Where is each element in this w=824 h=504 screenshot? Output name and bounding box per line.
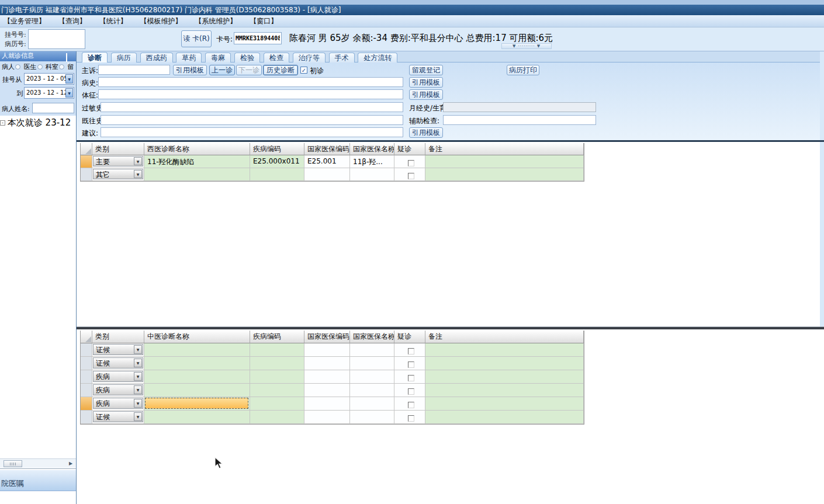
diagnosis-name-cell[interactable]: 11-羟化酶缺陷 [144, 155, 250, 168]
category-dropdown[interactable]: 主要▼ [93, 156, 143, 166]
col-disease-code[interactable]: 疾病编码 [250, 331, 304, 343]
row-selector-current[interactable] [81, 155, 92, 168]
tree-collapse-icon[interactable]: - [0, 120, 5, 126]
visit-tree-item[interactable]: - 本次就诊 23-12 [0, 117, 76, 130]
chevron-down-icon[interactable]: ▼ [134, 372, 142, 381]
tab-examination[interactable]: 检查 [264, 53, 289, 62]
remark-cell[interactable] [425, 411, 584, 424]
cite-template-button-chief[interactable]: 引用模板 [173, 65, 207, 75]
menu-system-maintenance[interactable]: 【系统维护】 [191, 15, 244, 27]
col-insurance-name[interactable]: 国家医保名称 [350, 143, 394, 155]
category-dropdown[interactable]: 疾病▼ [93, 384, 143, 395]
col-disease-code[interactable]: 疾病编码 [250, 143, 304, 155]
row-selector[interactable] [81, 357, 92, 370]
row-selector-current[interactable] [81, 397, 92, 411]
suspected-checkbox[interactable] [408, 375, 414, 381]
disease-code-cell[interactable] [250, 343, 304, 357]
category-dropdown[interactable]: 疾病▼ [93, 371, 143, 382]
tab-medical-record[interactable]: 病历 [111, 53, 137, 62]
radio-department[interactable]: 科室 [46, 62, 64, 71]
suspected-checkbox[interactable] [408, 388, 414, 395]
col-suspected[interactable]: 疑诊 [394, 143, 425, 155]
tab-surgery[interactable]: 手术 [329, 53, 355, 62]
remark-cell[interactable] [425, 384, 584, 397]
tab-herbal[interactable]: 草药 [176, 53, 202, 62]
chevron-down-icon[interactable]: ▼ [65, 74, 73, 84]
row-selector[interactable] [81, 343, 92, 357]
menu-template-maintenance[interactable]: 【模板维护】 [136, 15, 189, 27]
diagnosis-name-cell[interactable] [144, 168, 250, 181]
menu-query[interactable]: 【查询】 [55, 15, 94, 27]
diagnosis-name-cell[interactable] [144, 384, 250, 397]
date-from-picker[interactable]: 2023 - 12 - 05 ▼ [24, 73, 74, 85]
suspected-checkbox[interactable] [408, 362, 414, 368]
radio-circle-icon[interactable] [15, 64, 20, 69]
insurance-name-cell[interactable] [350, 343, 394, 357]
next-visit-button[interactable]: 下一诊 [236, 65, 262, 75]
insurance-name-cell[interactable] [350, 168, 394, 181]
tab-diagnosis[interactable]: 诊断 [82, 52, 108, 63]
col-diagnosis-name[interactable]: 中医诊断名称 [144, 331, 250, 343]
menu-statistics[interactable]: 【统计】 [96, 15, 134, 27]
record-no-input[interactable] [29, 39, 85, 48]
disease-code-cell[interactable] [250, 384, 304, 397]
tab-narcotics[interactable]: 毒麻 [205, 53, 231, 62]
insurance-name-cell[interactable] [350, 370, 394, 384]
prev-visit-button[interactable]: 上一诊 [209, 65, 235, 75]
past-history-input[interactable] [101, 115, 403, 125]
cite-template-button-advice[interactable]: 引用模板 [409, 127, 443, 138]
category-dropdown[interactable]: 疾病▼ [93, 398, 143, 409]
col-category[interactable]: 类别 [92, 331, 144, 343]
history-input[interactable] [98, 77, 403, 87]
row-selector[interactable] [81, 168, 92, 181]
remark-cell[interactable] [425, 397, 584, 411]
suspected-checkbox[interactable] [408, 160, 414, 166]
scroll-right-arrow-icon[interactable]: ▶ [67, 461, 74, 467]
suspected-checkbox[interactable] [408, 173, 414, 179]
read-card-button[interactable]: 读 卡(R) [181, 30, 212, 47]
col-suspected[interactable]: 疑诊 [394, 331, 425, 343]
observe-register-button[interactable]: 留观登记 [409, 65, 443, 75]
insurance-code-cell[interactable] [304, 343, 350, 357]
panel-splitter-grip[interactable]: ▼ ········· ▼ [501, 43, 552, 49]
chevron-down-icon[interactable]: ▼ [65, 88, 73, 98]
disease-code-cell[interactable] [250, 397, 304, 411]
category-dropdown[interactable]: 证候▼ [93, 357, 143, 369]
suspected-checkbox[interactable] [408, 415, 414, 422]
disease-code-cell[interactable]: E25.000x011 [250, 155, 304, 168]
tab-prescription-flow[interactable]: 处方流转 [358, 53, 397, 62]
disease-code-cell[interactable] [250, 168, 304, 181]
insurance-name-cell[interactable] [350, 357, 394, 370]
col-insurance-code[interactable]: 国家医保编码 [304, 331, 350, 343]
category-dropdown[interactable]: 证候▼ [93, 344, 143, 355]
insurance-code-cell[interactable] [304, 168, 350, 181]
print-record-button[interactable]: 病历打印 [507, 65, 539, 75]
remark-cell[interactable] [425, 155, 584, 168]
col-insurance-name[interactable]: 国家医保名称 [350, 331, 394, 343]
col-remark[interactable]: 备注 [425, 331, 584, 343]
row-selector[interactable] [81, 411, 92, 424]
chevron-down-icon[interactable]: ▼ [134, 345, 142, 354]
orders-panel-header[interactable]: 院医嘱 [0, 470, 76, 491]
tab-lab-test[interactable]: 检验 [234, 53, 260, 62]
date-to-picker[interactable]: 2023 - 12 - 12 ▼ [24, 87, 74, 99]
diagnosis-name-cell[interactable] [144, 343, 250, 357]
insurance-code-cell[interactable] [304, 370, 350, 384]
insurance-name-cell[interactable]: 11β-羟... [350, 155, 394, 168]
radio-patient[interactable]: 病人 [2, 62, 20, 71]
card-no-input[interactable] [234, 32, 282, 44]
chevron-down-icon[interactable]: ▼ [134, 157, 142, 165]
radio-observe[interactable]: 留 [68, 62, 74, 71]
chief-complaint-input[interactable] [98, 65, 170, 75]
insurance-code-cell[interactable] [304, 384, 350, 397]
reg-no-input[interactable] [29, 30, 85, 39]
sidebar-horizontal-scrollbar[interactable]: ▶ [0, 458, 76, 468]
chevron-down-icon[interactable]: ▼ [134, 170, 142, 178]
menu-window[interactable]: 【窗口】 [246, 15, 285, 27]
advice-input[interactable] [101, 127, 403, 137]
row-selector[interactable] [81, 370, 92, 384]
insurance-code-cell[interactable] [304, 357, 350, 370]
radio-circle-icon[interactable] [37, 64, 43, 69]
diagnosis-name-cell-active[interactable] [144, 397, 250, 411]
insurance-code-cell[interactable] [304, 397, 350, 411]
